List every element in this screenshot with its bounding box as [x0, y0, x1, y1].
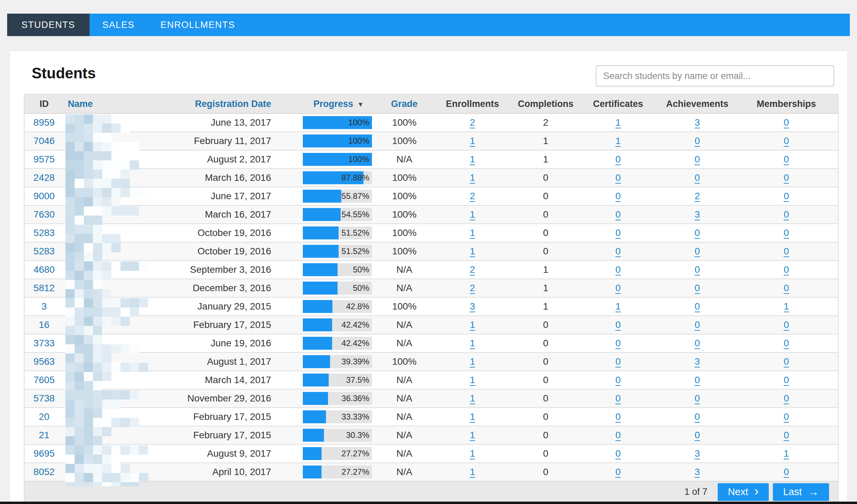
- student-id-link[interactable]: 7605: [33, 375, 54, 385]
- student-id-link[interactable]: 3733: [33, 338, 54, 349]
- tab-students[interactable]: STUDENTS: [7, 14, 90, 36]
- certificates-link[interactable]: 0: [616, 467, 621, 477]
- memberships-link[interactable]: 0: [784, 154, 789, 165]
- enrollments-link[interactable]: 1: [470, 448, 475, 459]
- student-id-link[interactable]: 21: [39, 430, 49, 441]
- enrollments-link[interactable]: 2: [470, 283, 475, 294]
- student-id-link[interactable]: 8052: [33, 467, 54, 477]
- certificates-link[interactable]: 0: [616, 338, 621, 349]
- memberships-link[interactable]: 0: [784, 375, 789, 385]
- col-header-registration-date[interactable]: Registration Date: [191, 95, 277, 113]
- certificates-link[interactable]: 0: [616, 356, 621, 367]
- student-id-link[interactable]: 4680: [33, 264, 54, 275]
- student-id-link[interactable]: 9695: [33, 448, 54, 459]
- achievements-link[interactable]: 0: [695, 338, 700, 349]
- enrollments-link[interactable]: 1: [470, 375, 475, 385]
- col-header-name[interactable]: Name: [64, 95, 191, 113]
- achievements-link[interactable]: 0: [695, 301, 700, 312]
- memberships-link[interactable]: 0: [784, 338, 789, 349]
- certificates-link[interactable]: 0: [616, 393, 621, 404]
- achievements-link[interactable]: 0: [695, 319, 700, 330]
- enrollments-link[interactable]: 3: [470, 301, 475, 312]
- student-id-link[interactable]: 3: [42, 301, 47, 312]
- memberships-link[interactable]: 1: [784, 301, 789, 312]
- achievements-link[interactable]: 3: [695, 467, 700, 477]
- enrollments-link[interactable]: 1: [470, 338, 475, 349]
- certificates-link[interactable]: 0: [616, 448, 621, 459]
- certificates-link[interactable]: 0: [616, 375, 621, 385]
- enrollments-link[interactable]: 1: [470, 246, 475, 257]
- certificates-link[interactable]: 0: [616, 246, 621, 257]
- achievements-link[interactable]: 0: [695, 375, 700, 385]
- memberships-link[interactable]: 0: [784, 356, 789, 367]
- certificates-link[interactable]: 0: [616, 411, 621, 422]
- memberships-link[interactable]: 0: [784, 319, 789, 330]
- memberships-link[interactable]: 0: [784, 191, 789, 202]
- student-id-link[interactable]: 5812: [33, 283, 54, 294]
- achievements-link[interactable]: 0: [695, 172, 700, 183]
- certificates-link[interactable]: 0: [616, 264, 621, 275]
- certificates-link[interactable]: 0: [616, 191, 621, 202]
- student-id-link[interactable]: 9575: [33, 154, 54, 165]
- student-id-link[interactable]: 7046: [33, 136, 54, 146]
- achievements-link[interactable]: 0: [695, 264, 700, 275]
- enrollments-link[interactable]: 1: [470, 227, 475, 238]
- certificates-link[interactable]: 1: [616, 136, 621, 146]
- memberships-link[interactable]: 0: [784, 283, 789, 294]
- student-id-link[interactable]: 9563: [33, 356, 54, 367]
- achievements-link[interactable]: 0: [695, 283, 700, 294]
- achievements-link[interactable]: 0: [695, 227, 700, 238]
- memberships-link[interactable]: 0: [784, 246, 789, 257]
- tab-sales[interactable]: SALES: [90, 14, 148, 36]
- col-header-progress[interactable]: Progress ▼: [277, 95, 379, 113]
- enrollments-link[interactable]: 2: [470, 117, 475, 128]
- certificates-link[interactable]: 0: [616, 154, 621, 165]
- achievements-link[interactable]: 3: [695, 117, 700, 128]
- certificates-link[interactable]: 0: [616, 227, 621, 238]
- achievements-link[interactable]: 0: [695, 411, 700, 422]
- student-id-link[interactable]: 8959: [33, 117, 54, 128]
- certificates-link[interactable]: 0: [616, 172, 621, 183]
- achievements-link[interactable]: 0: [695, 136, 700, 146]
- student-id-link[interactable]: 7630: [33, 209, 54, 220]
- memberships-link[interactable]: 0: [784, 136, 789, 146]
- enrollments-link[interactable]: 1: [470, 356, 475, 367]
- achievements-link[interactable]: 2: [695, 191, 700, 202]
- student-id-link[interactable]: 2428: [33, 172, 54, 183]
- achievements-link[interactable]: 3: [695, 356, 700, 367]
- achievements-link[interactable]: 0: [695, 154, 700, 165]
- memberships-link[interactable]: 0: [784, 227, 789, 238]
- next-page-button[interactable]: Next ›: [718, 483, 769, 501]
- last-page-button[interactable]: Last →: [773, 483, 829, 501]
- enrollments-link[interactable]: 1: [470, 319, 475, 330]
- enrollments-link[interactable]: 1: [470, 136, 475, 146]
- tab-enrollments[interactable]: ENROLLMENTS: [147, 14, 248, 36]
- col-header-grade[interactable]: Grade: [379, 95, 430, 113]
- achievements-link[interactable]: 3: [695, 209, 700, 220]
- achievements-link[interactable]: 0: [695, 246, 700, 257]
- student-id-link[interactable]: 5738: [33, 393, 54, 404]
- memberships-link[interactable]: 0: [784, 264, 789, 275]
- achievements-link[interactable]: 0: [695, 430, 700, 441]
- enrollments-link[interactable]: 2: [470, 191, 475, 202]
- enrollments-link[interactable]: 1: [470, 411, 475, 422]
- memberships-link[interactable]: 0: [784, 467, 789, 477]
- certificates-link[interactable]: 0: [616, 319, 621, 330]
- enrollments-link[interactable]: 1: [470, 172, 475, 183]
- memberships-link[interactable]: 0: [784, 393, 789, 404]
- enrollments-link[interactable]: 1: [470, 209, 475, 220]
- certificates-link[interactable]: 0: [616, 283, 621, 294]
- enrollments-link[interactable]: 1: [470, 393, 475, 404]
- memberships-link[interactable]: 0: [784, 430, 789, 441]
- memberships-link[interactable]: 0: [784, 209, 789, 220]
- achievements-link[interactable]: 3: [695, 448, 700, 459]
- certificates-link[interactable]: 0: [616, 430, 621, 441]
- achievements-link[interactable]: 0: [695, 393, 700, 404]
- student-id-link[interactable]: 5283: [33, 227, 54, 238]
- certificates-link[interactable]: 0: [616, 209, 621, 220]
- enrollments-link[interactable]: 1: [470, 467, 475, 477]
- memberships-link[interactable]: 0: [784, 411, 789, 422]
- student-id-link[interactable]: 5283: [33, 246, 54, 257]
- search-input[interactable]: [596, 65, 834, 86]
- memberships-link[interactable]: 0: [784, 172, 789, 183]
